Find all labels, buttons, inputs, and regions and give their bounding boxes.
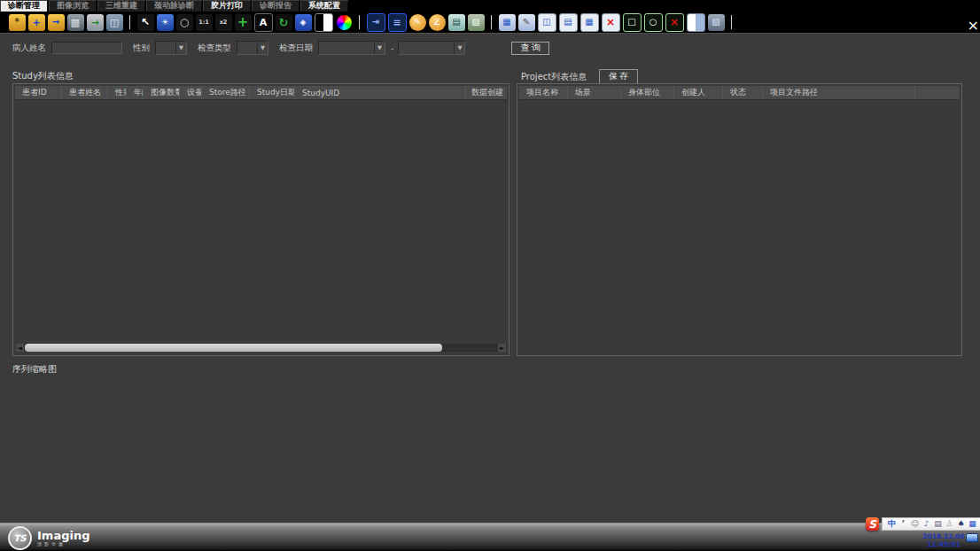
project-table-header: 项目名称 场景 身体部位 创建人 状态 项目文件路径 <box>519 86 960 100</box>
app-logo: TS Imaging 清影华康 <box>8 526 89 550</box>
import-folder-icon[interactable]: + <box>28 14 45 31</box>
punctuation-icon[interactable]: ’ <box>898 519 908 529</box>
fit-window-icon[interactable]: ◈ <box>295 14 312 31</box>
clear-layout-icon[interactable]: × <box>602 13 620 32</box>
split-vertical-icon[interactable]: ◫ <box>538 13 556 32</box>
patient-name-input[interactable] <box>51 42 122 54</box>
date-from-select[interactable]: ▼ <box>318 41 385 55</box>
separator[interactable] <box>359 15 360 29</box>
col-extra[interactable] <box>915 86 960 99</box>
zoom-icon[interactable]: ○ <box>176 14 193 31</box>
col-scene[interactable]: 场景 <box>568 86 621 99</box>
col-device[interactable]: 设备 <box>180 86 202 99</box>
scroll-left-icon[interactable]: ◄ <box>16 344 24 352</box>
col-study-uid[interactable]: StudyUID <box>295 86 466 99</box>
grid-2x2-icon[interactable]: ▦ <box>580 13 599 32</box>
skin-clothes-icon[interactable]: ♠ <box>956 519 966 529</box>
project-panel-header: Project列表信息 保 存 <box>521 69 638 84</box>
ellipse-roi-icon[interactable]: ○ <box>644 13 663 32</box>
pan-icon[interactable]: + <box>235 14 252 31</box>
save-button[interactable]: 保 存 <box>599 69 638 84</box>
sogou-input-icon[interactable]: S <box>866 517 879 531</box>
invert-icon[interactable] <box>315 13 333 32</box>
cursor-select-icon[interactable]: ↖ <box>137 14 154 31</box>
layout-edit-icon[interactable]: ✎ <box>518 14 535 31</box>
tab-carotid-diagnosis[interactable]: 颈动脉诊断 <box>146 0 203 12</box>
query-button[interactable]: 查 询 <box>511 42 549 55</box>
compare-pane-icon[interactable] <box>687 13 705 32</box>
chinese-mode-icon[interactable]: 中 <box>887 519 897 529</box>
project-panel-title: Project列表信息 <box>521 71 587 83</box>
export-folder-icon[interactable]: → <box>48 14 65 31</box>
tab-film-print[interactable]: 胶片打印 <box>203 0 252 12</box>
scrollbar-thumb[interactable] <box>25 344 442 352</box>
refresh-icon[interactable]: ↻ <box>276 14 292 31</box>
main-toolbar: * + → ▥ → ◫ ↖ ☀ ○ 1:1 x2 + A ↻ ◈ ⇥ ≡ ✎ ∠ <box>0 12 980 34</box>
col-gender[interactable]: 性别 <box>108 86 127 99</box>
measure-pencil-icon[interactable]: ✎ <box>409 14 426 31</box>
delete-roi-icon[interactable]: × <box>665 13 684 32</box>
emoji-icon[interactable]: ☺ <box>910 519 920 529</box>
col-project-name[interactable]: 项目名称 <box>519 86 568 99</box>
toolbox-icon[interactable]: ▦ <box>968 519 977 529</box>
col-status[interactable]: 状态 <box>723 86 763 99</box>
col-creator[interactable]: 创建人 <box>674 86 723 99</box>
col-data-created[interactable]: 数据创建 <box>466 86 507 99</box>
col-patient-name[interactable]: 患者姓名 <box>62 86 108 99</box>
zoom-2x-icon[interactable]: x2 <box>215 14 232 31</box>
series-layout-icon[interactable]: ≡ <box>388 13 407 32</box>
study-list-panel: 患者ID 患者姓名 性别 年龄 图像数量 设备 Store路径 Study日期 … <box>12 83 509 356</box>
copy-report-icon[interactable]: ▤ <box>448 14 465 31</box>
film-view-icon[interactable]: ▥ <box>67 14 84 31</box>
export-image-icon[interactable]: ▧ <box>468 14 485 31</box>
separator[interactable] <box>491 15 492 29</box>
show-desktop-icon[interactable] <box>966 533 978 542</box>
col-image-count[interactable]: 图像数量 <box>144 86 180 99</box>
microphone-icon[interactable]: ♪ <box>922 519 931 529</box>
tab-system-config[interactable]: 系统配置 <box>300 0 349 12</box>
study-panel-title: Study列表信息 <box>12 70 74 82</box>
system-clock: 2018.12.06 12:45:01 <box>922 532 965 548</box>
col-patient-id[interactable]: 患者ID <box>15 86 62 99</box>
col-age[interactable]: 年龄 <box>127 86 144 99</box>
close-icon[interactable]: × <box>968 19 979 33</box>
split-horizontal-icon[interactable]: ▤ <box>559 13 578 32</box>
link-series-icon[interactable]: ⇥ <box>367 13 385 32</box>
measure-angle-icon[interactable]: ∠ <box>429 14 446 31</box>
annotation-icon[interactable]: A <box>254 13 273 32</box>
col-body-part[interactable]: 身体部位 <box>621 86 674 99</box>
zoom-actual-size-icon[interactable]: 1:1 <box>196 14 213 31</box>
gender-select[interactable]: ▼ <box>155 41 187 55</box>
separator[interactable] <box>731 15 732 29</box>
open-study-folder-icon[interactable]: * <box>9 14 26 31</box>
input-method-strip: 中’☺♪▤♙♠▦ <box>882 517 980 531</box>
soft-keyboard-icon[interactable]: ▤ <box>933 519 943 529</box>
database-archive-icon[interactable]: ◫ <box>106 14 123 31</box>
scroll-right-icon[interactable]: ► <box>498 344 506 352</box>
project-list-panel: 项目名称 场景 身体部位 创建人 状态 项目文件路径 <box>517 83 962 356</box>
chevron-down-icon: ▼ <box>454 42 464 54</box>
image-window-icon[interactable]: ☀ <box>157 14 174 31</box>
tab-3d-reconstruction[interactable]: 三维重建 <box>97 0 146 12</box>
import-image-icon[interactable]: → <box>87 14 104 31</box>
col-store-path[interactable]: Store路径 <box>202 86 250 99</box>
study-table-header: 患者ID 患者姓名 性别 年龄 图像数量 设备 Store路径 Study日期 … <box>15 86 507 100</box>
thumbnail-strip-area[interactable] <box>0 372 980 523</box>
color-palette-icon[interactable] <box>337 15 352 30</box>
scene-export-icon[interactable]: ▧ <box>708 14 725 31</box>
tab-image-browse[interactable]: 图像浏览 <box>49 0 97 12</box>
tab-diagnosis-report[interactable]: 诊断报告 <box>252 0 300 12</box>
rect-roi-icon[interactable]: □ <box>623 13 642 32</box>
col-study-date[interactable]: Study日期 <box>250 86 295 99</box>
col-project-path[interactable]: 项目文件路径 <box>763 86 915 99</box>
exam-type-select[interactable]: ▼ <box>237 41 268 55</box>
skin-person-icon[interactable]: ♙ <box>945 519 954 529</box>
separator[interactable] <box>129 15 130 29</box>
chevron-down-icon: ▼ <box>175 42 186 54</box>
system-date: 2018.12.06 <box>922 532 965 540</box>
date-to-select[interactable]: ▼ <box>398 41 465 55</box>
layout-grid-icon[interactable]: ▦ <box>499 14 516 31</box>
tab-diagnosis-management[interactable]: 诊断管理 <box>0 0 49 12</box>
scrollbar-track[interactable] <box>24 344 498 352</box>
exam-date-label: 检查日期 <box>279 43 313 54</box>
